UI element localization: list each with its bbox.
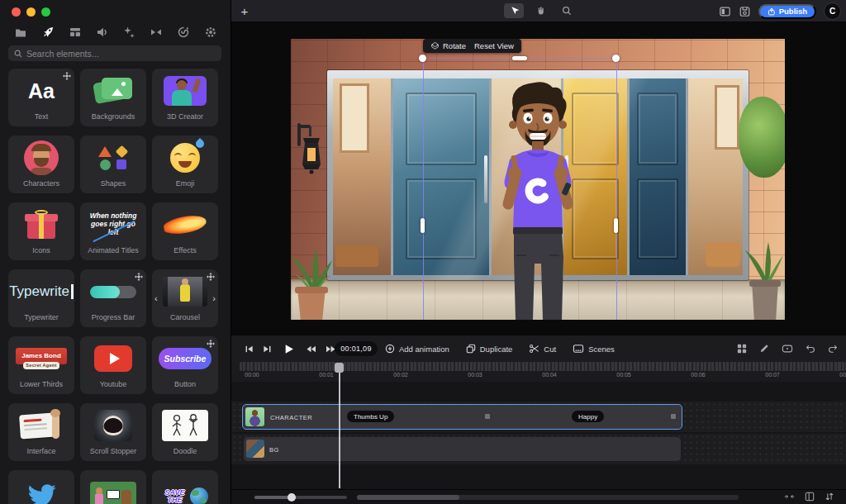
wall-lantern <box>297 120 326 178</box>
card-3d-creator[interactable]: 3D Creator <box>152 69 218 126</box>
publish-button[interactable]: Publish <box>758 4 816 19</box>
card-youtube[interactable]: Youtube <box>80 336 146 394</box>
card-label: Scroll Stopper <box>90 448 137 455</box>
tab-files-icon[interactable] <box>12 24 30 40</box>
animation-marker-happy[interactable]: Happy <box>572 411 604 422</box>
card-save-the-planet[interactable]: SAVE THE <box>152 470 218 504</box>
card-text[interactable]: Aa Text <box>8 69 74 126</box>
cut-button[interactable]: Cut <box>529 344 556 354</box>
zoom-window-button[interactable] <box>41 7 50 17</box>
panel-toggle-icon[interactable] <box>805 492 815 502</box>
card-doodle[interactable]: Doodle <box>152 403 218 461</box>
keyframe-square[interactable] <box>485 414 490 419</box>
tab-templates-icon[interactable] <box>66 24 84 40</box>
youtube-play-art <box>94 345 132 372</box>
3d-creator-art <box>164 76 207 106</box>
rotate-button[interactable]: Rotate <box>430 41 466 50</box>
tab-effects-icon[interactable] <box>120 24 138 40</box>
potted-plant-right <box>742 231 785 320</box>
selection-handle-top-center[interactable] <box>512 56 527 60</box>
minimize-window-button[interactable] <box>26 7 36 17</box>
character-3d[interactable] <box>475 78 591 320</box>
search-input[interactable] <box>26 49 216 59</box>
card-animated-titles[interactable]: When nothing goes right go left Animated… <box>80 202 146 260</box>
previous-frame-button[interactable] <box>245 345 254 354</box>
carousel-prev-icon[interactable]: ‹ <box>154 294 158 303</box>
brush-icon[interactable] <box>759 344 769 354</box>
scenes-button[interactable]: Scenes <box>573 344 615 354</box>
zoom-slider-knob[interactable] <box>288 493 296 502</box>
drag-handle-icon[interactable] <box>207 273 215 281</box>
video-frame[interactable] <box>291 39 785 320</box>
add-button[interactable]: + <box>236 2 253 19</box>
layout-panel-icon[interactable] <box>719 6 731 17</box>
animation-marker-thumbs-up[interactable]: Thumbs Up <box>347 411 394 422</box>
drag-handle-icon[interactable] <box>63 72 71 80</box>
scrollbar-thumb[interactable] <box>357 495 459 500</box>
selection-handle-left-middle[interactable] <box>421 218 425 233</box>
collapse-timeline-icon[interactable] <box>784 492 795 502</box>
reset-view-button[interactable]: Reset View <box>474 41 514 50</box>
carousel-next-icon[interactable]: › <box>212 294 216 303</box>
card-backgrounds[interactable]: Backgrounds <box>80 69 146 126</box>
timeline-scrollbar[interactable] <box>357 495 739 500</box>
scroll-stopper-art <box>94 410 132 441</box>
duplicate-button[interactable]: Duplicate <box>466 344 513 354</box>
select-tool-button[interactable] <box>504 3 524 18</box>
canvas-stage[interactable]: Rotate Reset View <box>231 22 846 335</box>
pan-hand-tool-button[interactable] <box>530 3 550 18</box>
card-effects[interactable]: Effects <box>152 202 218 260</box>
rewind-button[interactable] <box>306 345 316 354</box>
card-carousel[interactable]: ‹ › Carousel <box>152 269 218 327</box>
card-video-collage[interactable] <box>80 470 146 504</box>
card-shapes[interactable]: Shapes <box>80 136 146 193</box>
time-display: 00:01,09 <box>335 341 378 356</box>
card-emoji[interactable]: Emoji <box>152 136 218 193</box>
add-animation-button[interactable]: Add animation <box>385 344 449 354</box>
clip-bg[interactable]: BG <box>244 437 681 461</box>
redo-icon[interactable] <box>828 344 838 354</box>
timeline-zoom-slider[interactable] <box>254 496 347 499</box>
tab-settings-icon[interactable] <box>202 24 220 40</box>
card-typewriter[interactable]: Typewrite Typewriter <box>8 269 74 327</box>
drag-handle-icon[interactable] <box>207 340 215 348</box>
playhead-handle[interactable] <box>335 363 344 373</box>
selection-handle-right-middle[interactable] <box>614 218 618 233</box>
card-interface[interactable]: Interface <box>8 403 74 461</box>
timeline-toolbar: 00:01,09 Add animation Duplicate Cut Sce… <box>231 335 846 361</box>
card-twitter[interactable] <box>8 470 74 504</box>
card-scroll-stopper[interactable]: Scroll Stopper <box>80 403 146 461</box>
tab-elements-icon[interactable] <box>39 24 57 40</box>
search-canvas-button[interactable] <box>557 3 577 18</box>
card-progress-bar[interactable]: Progress Bar <box>80 269 146 327</box>
reorder-tracks-icon[interactable] <box>825 492 834 502</box>
play-button[interactable] <box>283 344 294 354</box>
account-avatar[interactable]: C <box>824 2 841 20</box>
card-icons[interactable]: Icons <box>8 202 74 260</box>
card-lower-thirds[interactable]: James Bond Secret Agent Lower Thirds <box>8 336 74 394</box>
topbar-right: Publish C <box>719 2 841 20</box>
interior-view-left <box>333 78 391 275</box>
clip-label: CHARACTER <box>270 413 312 421</box>
timeline-ruler[interactable]: 00:00 00:01 00:02 00:03 00:04 00:05 00:0… <box>231 361 846 382</box>
drag-handle-icon[interactable] <box>135 273 143 281</box>
save-icon[interactable] <box>739 6 751 17</box>
card-button[interactable]: Subscribe Button <box>152 336 218 394</box>
grid-view-icon[interactable] <box>737 344 747 354</box>
selection-handle-top-right[interactable] <box>612 55 620 62</box>
card-label: Animated Titles <box>88 247 139 254</box>
close-window-button[interactable] <box>12 7 21 17</box>
tab-audio-icon[interactable] <box>93 24 112 40</box>
keyframe-square[interactable] <box>671 414 676 419</box>
selection-handle-top-left[interactable] <box>419 55 426 62</box>
timeline-actions: Add animation Duplicate Cut Scenes <box>385 335 615 362</box>
card-label: Emoji <box>176 180 195 188</box>
undo-icon[interactable] <box>806 344 815 354</box>
next-frame-button[interactable] <box>263 345 272 354</box>
clip-character[interactable]: CHARACTER Thumbs Up Happy <box>242 404 682 430</box>
preview-screen-icon[interactable] <box>782 344 793 354</box>
tab-props-icon[interactable] <box>174 24 192 40</box>
tab-transitions-icon[interactable] <box>147 24 165 40</box>
card-characters[interactable]: Characters <box>8 136 74 193</box>
search-icon <box>14 50 22 58</box>
